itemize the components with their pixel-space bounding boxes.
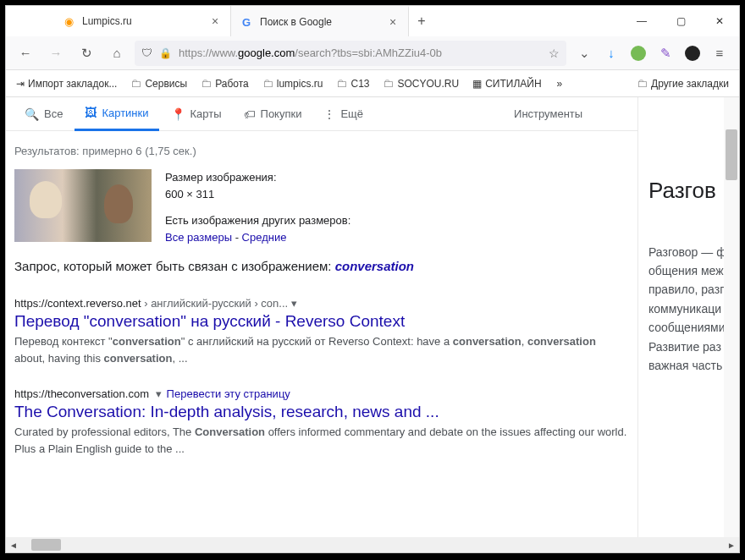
nav-more[interactable]: ⋮Ещё [313, 97, 373, 131]
url-bar[interactable]: 🛡 🔒 https://www.google.com/search?tbs=sb… [135, 41, 566, 66]
related-query: Запрос, который может быть связан с изоб… [14, 259, 629, 273]
image-icon: 🖼 [85, 106, 97, 119]
nav-shopping[interactable]: 🏷Покупки [234, 97, 312, 131]
search-result: https://context.reverso.net › английский… [14, 297, 629, 367]
folder-icon: 🗀 [201, 77, 212, 90]
result-url[interactable]: https://context.reverso.net › английский… [14, 297, 629, 310]
pocket-icon[interactable]: ⌄ [571, 41, 597, 66]
nav-maps[interactable]: 📍Карты [161, 97, 232, 131]
google-nav: 🔍Все 🖼Картинки 📍Карты 🏷Покупки ⋮Ещё Инст… [6, 97, 637, 131]
horizontal-scrollbar[interactable]: ◄ ► [6, 537, 739, 552]
bm-socyou[interactable]: 🗀SOCYOU.RU [378, 74, 464, 92]
reload-button[interactable]: ↻ [74, 41, 99, 66]
bookmarks-bar: ⇥Импорт закладок... 🗀Сервисы 🗀Работа 🗀lu… [6, 70, 739, 97]
bm-services[interactable]: 🗀Сервисы [125, 74, 192, 92]
bm-lumpics[interactable]: 🗀lumpics.ru [257, 74, 328, 92]
other-sizes-label: Есть изображения других размеров: [165, 212, 350, 229]
tab-lumpics[interactable]: ◉ Lumpics.ru × [53, 6, 231, 36]
back-button[interactable]: ← [13, 41, 38, 66]
tab-google[interactable]: G Поиск в Google × [231, 6, 409, 36]
query-keyword[interactable]: conversation [335, 259, 414, 273]
result-stats: Результатов: примерно 6 (1,75 сек.) [14, 145, 629, 157]
nav-images[interactable]: 🖼Картинки [74, 97, 158, 131]
toolbar: ← → ↻ ⌂ 🛡 🔒 https://www.google.com/searc… [6, 36, 739, 70]
nav-tools[interactable]: Инструменты [504, 97, 593, 131]
result-title[interactable]: Перевод "conversation" на русский - Reve… [14, 312, 629, 331]
bm-work[interactable]: 🗀Работа [196, 74, 254, 92]
minimize-button[interactable]: — [622, 6, 661, 36]
chevron-down-icon[interactable]: ▾ [152, 387, 162, 400]
scroll-thumb[interactable] [31, 539, 61, 551]
site-icon: ▦ [472, 78, 482, 90]
more-icon: ⋮ [323, 107, 335, 121]
search-icon: 🔍 [25, 107, 39, 121]
pin-icon: 📍 [171, 107, 185, 121]
new-tab-button[interactable]: + [409, 6, 434, 36]
favicon-lumpics: ◉ [62, 14, 75, 28]
nav-all[interactable]: 🔍Все [14, 97, 73, 131]
ext-dark-icon[interactable] [680, 41, 705, 66]
titlebar: ◉ Lumpics.ru × G Поиск в Google × + — ▢ … [6, 6, 739, 36]
result-url[interactable]: https://theconversation.com ▾Перевести э… [14, 387, 629, 400]
folder-icon: 🗀 [637, 77, 648, 90]
result-snippet: Curated by professional editors, The Con… [14, 424, 629, 458]
favicon-google: G [240, 15, 253, 29]
close-window-button[interactable]: ✕ [700, 6, 739, 36]
folder-icon: 🗀 [383, 77, 394, 90]
chevron-down-icon[interactable]: ▾ [288, 297, 297, 310]
tab-title: Поиск в Google [260, 16, 379, 28]
medium-sizes-link[interactable]: Средние [242, 231, 287, 244]
ext-v-icon[interactable] [626, 41, 651, 66]
image-dimensions: 600 × 311 [165, 186, 350, 203]
vertical-scrollbar[interactable] [724, 97, 739, 537]
bm-c13[interactable]: 🗀C13 [331, 74, 374, 92]
menu-icon[interactable]: ≡ [707, 41, 732, 66]
home-button[interactable]: ⌂ [104, 41, 130, 66]
bookmark-star-icon[interactable]: ☆ [549, 47, 560, 60]
result-snippet: Перевод контекст "conversation" c англий… [14, 333, 629, 367]
import-bookmarks[interactable]: ⇥Импорт закладок... [11, 75, 122, 92]
import-icon: ⇥ [16, 78, 25, 90]
folder-icon: 🗀 [262, 77, 273, 90]
result-thumbnail[interactable] [14, 169, 152, 242]
scroll-thumb[interactable] [726, 129, 737, 180]
image-size-label: Размер изображения: [165, 169, 350, 186]
shield-icon: 🛡 [141, 47, 152, 59]
translate-link[interactable]: Перевести эту страницу [167, 387, 290, 400]
forward-button[interactable]: → [43, 41, 69, 66]
url-text: https://www.google.com/search?tbs=sbi:AM… [179, 47, 542, 59]
scroll-right-icon[interactable]: ► [724, 537, 739, 552]
bookmarks-overflow[interactable]: » [550, 78, 570, 90]
close-icon[interactable]: × [208, 14, 222, 28]
download-icon[interactable]: ↓ [599, 41, 624, 66]
other-bookmarks[interactable]: 🗀Другие закладки [632, 74, 734, 92]
maximize-button[interactable]: ▢ [661, 6, 700, 36]
folder-icon: 🗀 [336, 77, 347, 90]
folder-icon: 🗀 [130, 77, 141, 90]
scroll-left-icon[interactable]: ◄ [6, 537, 21, 552]
tag-icon: 🏷 [244, 107, 256, 121]
bm-cityline[interactable]: ▦СИТИЛАЙН [467, 75, 546, 92]
ext-feather-icon[interactable]: ✎ [653, 41, 678, 66]
image-result-box: Размер изображения: 600 × 311 Есть изобр… [14, 169, 629, 245]
search-result: https://theconversation.com ▾Перевести э… [14, 387, 629, 458]
result-title[interactable]: The Conversation: In-depth analysis, res… [14, 403, 629, 421]
lock-icon: 🔒 [159, 47, 172, 59]
all-sizes-link[interactable]: Все размеры [165, 231, 232, 244]
close-icon[interactable]: × [386, 15, 400, 29]
tab-title: Lumpics.ru [82, 15, 201, 27]
